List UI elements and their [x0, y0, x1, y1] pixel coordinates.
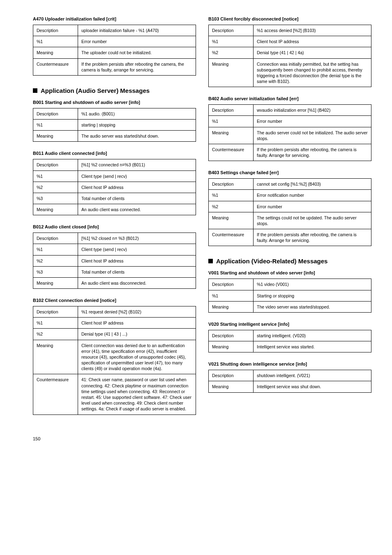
cell-key: %1 — [209, 190, 254, 201]
cell-val: uploader initialization failure - %1 (A4… — [78, 25, 196, 36]
cell-val: [%1] %2 connected n=%3 (B011) — [78, 159, 196, 170]
cell-key: Description — [209, 330, 254, 341]
cell-val: %1 request denied [%2] (B102) — [78, 306, 196, 318]
b103-table: Description%1 access denied [%2] (B103) … — [208, 25, 371, 87]
cell-val: Intelligent service was started. — [254, 341, 371, 352]
cell-key: %3 — [33, 193, 78, 204]
cell-key: Description — [209, 279, 254, 290]
cell-val: Error number — [78, 36, 196, 47]
b403-title: B403 Settings change failed [err] — [208, 170, 371, 175]
table-row: %1Client host IP address — [209, 36, 371, 47]
cell-key: %2 — [209, 201, 254, 212]
table-row: MeaningClient connection was denied due … — [33, 340, 196, 374]
v001-table: Description%1 video (V001) %1Starting or… — [208, 279, 371, 313]
table-row: %2Denial type (41 | 43 | ...) — [33, 329, 196, 340]
cell-key: Meaning — [209, 212, 254, 229]
table-row: MeaningThe audio server could not be ini… — [209, 127, 371, 144]
table-row: Descriptionuploader initialization failu… — [33, 25, 196, 36]
table-row: Description%1 access denied [%2] (B103) — [209, 25, 371, 36]
cell-val: If the problem persists after rebooting,… — [254, 144, 371, 161]
table-row: %1Error number — [33, 36, 196, 47]
b402-table: Descriptionwvaudio initialization error … — [208, 104, 371, 161]
table-row: %1Client host IP address — [33, 318, 196, 329]
cell-key: Countermeasure — [209, 144, 254, 161]
table-row: %3Total number of clients — [33, 266, 196, 277]
cell-key: Description — [209, 25, 254, 36]
audio-heading: Application (Audio Server) Messages — [41, 87, 150, 94]
cell-key: Meaning — [33, 204, 78, 215]
table-row: %3Total number of clients — [33, 193, 196, 204]
cell-key: %1 — [33, 244, 78, 255]
cell-val: An audio client was disconnected. — [78, 277, 196, 288]
cell-val: Client connection was denied due to an a… — [78, 340, 196, 374]
a470-title: A470 Uploader initialization failed [cri… — [33, 16, 196, 21]
cell-val: The uploader could not be initialized. — [78, 47, 196, 58]
cell-val: Total number of clients — [78, 266, 196, 277]
cell-val: [%1] %2 closed n= %3 (B012) — [78, 233, 196, 244]
v020-table: Descriptionstarting intelligent. (V020) … — [208, 330, 371, 352]
cell-key: %1 — [33, 170, 78, 182]
cell-key: %2 — [33, 329, 78, 340]
table-row: Description%1 video (V001) — [209, 279, 371, 290]
table-row: %1Error number — [209, 116, 371, 127]
cell-val: %1 audio. (B001) — [78, 108, 196, 119]
cell-key: Countermeasure — [33, 374, 78, 415]
cell-key: Meaning — [209, 341, 254, 352]
cell-val: Client type (send | recv) — [78, 170, 196, 182]
cell-key: Meaning — [209, 301, 254, 312]
b001-title: B001 Starting and shutdown of audio serv… — [33, 100, 196, 105]
left-column: A470 Uploader initialization failed [cri… — [33, 16, 196, 424]
cell-val: 41: Check user name, password or user li… — [78, 374, 196, 415]
cell-val: Error number — [254, 116, 371, 127]
page-number: 150 — [33, 436, 371, 441]
table-row: MeaningAn audio client was disconnected. — [33, 277, 196, 288]
cell-val: Client type (send | recv) — [78, 244, 196, 255]
cell-key: Meaning — [33, 277, 78, 288]
cell-val: The audio server could not be initialize… — [254, 127, 371, 144]
cell-val: Denial type (41 | 42 | 4a) — [254, 47, 371, 58]
right-column: B103 Client forcibly disconnected [notic… — [208, 16, 371, 424]
cell-val: Client host IP address — [78, 255, 196, 266]
cell-val: If the problem persists after rebooting … — [78, 58, 196, 75]
cell-key: %3 — [33, 266, 78, 277]
table-row: %1Error notification number — [209, 190, 371, 201]
cell-key: Description — [33, 159, 78, 170]
cell-key: %1 — [209, 116, 254, 127]
table-row: Countermeasure41: Check user name, passw… — [33, 374, 196, 415]
cell-key: Countermeasure — [33, 58, 78, 75]
b103-title: B103 Client forcibly disconnected [notic… — [208, 16, 371, 21]
v001-title: V001 Starting and shutdown of video serv… — [208, 270, 371, 275]
table-row: MeaningAn audio client was connected. — [33, 204, 196, 215]
table-row: Description[%1] %2 closed n= %3 (B012) — [33, 233, 196, 244]
table-row: %1Client type (send | recv) — [33, 244, 196, 255]
table-row: %2Client host IP address — [33, 182, 196, 193]
square-bullet-icon — [208, 259, 213, 263]
cell-val: Denial type (41 | 43 | ...) — [78, 329, 196, 340]
b012-table: Description[%1] %2 closed n= %3 (B012) %… — [33, 233, 196, 289]
cell-val: If the problem persists after rebooting,… — [254, 229, 371, 246]
table-row: CountermeasureIf the problem persists af… — [209, 229, 371, 246]
table-row: CountermeasureIf the problem persists af… — [209, 144, 371, 161]
table-row: MeaningIntelligent service was shut down… — [209, 381, 371, 392]
v020-title: V020 Starting intelligent service [info] — [208, 322, 371, 327]
cell-key: %1 — [209, 36, 254, 47]
cell-val: Client host IP address — [254, 36, 371, 47]
cell-val: Starting or stopping — [254, 290, 371, 301]
cell-val: starting | stopping — [78, 120, 196, 131]
square-bullet-icon — [33, 88, 37, 93]
v021-title: V021 Shutting down intelligence service … — [208, 362, 371, 366]
cell-val: Connection was initially permitted, but … — [254, 58, 371, 87]
table-row: Description%1 audio. (B001) — [33, 108, 196, 119]
cell-key: Meaning — [209, 127, 254, 144]
cell-val: %1 video (V001) — [254, 279, 371, 290]
table-row: %2Error number — [209, 201, 371, 212]
table-row: %2Client host IP address — [33, 255, 196, 266]
table-row: MeaningThe uploader could not be initial… — [33, 47, 196, 58]
cell-key: Description — [209, 105, 254, 116]
table-row: %1starting | stopping — [33, 120, 196, 131]
table-row: MeaningThe video server was started/stop… — [209, 301, 371, 312]
cell-val: wvaudio initialization error [%1] (B402) — [254, 105, 371, 116]
cell-key: Meaning — [33, 47, 78, 58]
b011-title: B011 Audio client connected [info] — [33, 151, 196, 156]
video-heading-row: Application (Video-Related) Messages — [208, 258, 371, 265]
